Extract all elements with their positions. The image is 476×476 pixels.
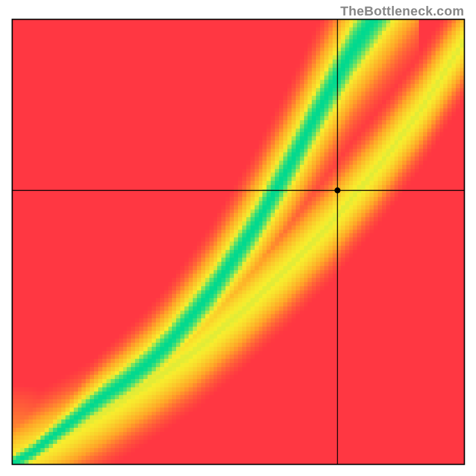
bottleneck-heatmap — [0, 0, 476, 476]
chart-container: TheBottleneck.com — [0, 0, 476, 476]
watermark-text: TheBottleneck.com — [340, 4, 464, 19]
